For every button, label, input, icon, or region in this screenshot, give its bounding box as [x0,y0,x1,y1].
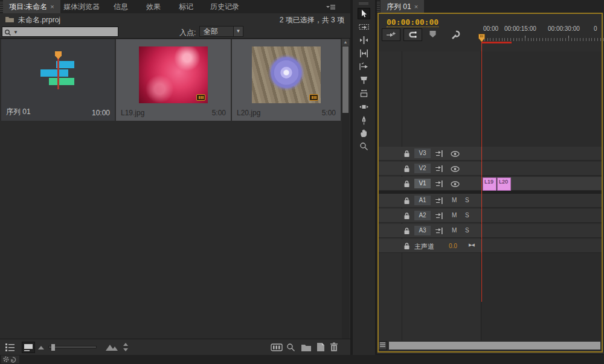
status-gears[interactable] [1,356,19,363]
selection-tool[interactable] [358,8,370,19]
ripple-edit-tool[interactable] [358,34,370,46]
lock-icon[interactable] [403,212,410,220]
search-options-icon[interactable]: ▼ [13,30,18,35]
scrollbar-thumb[interactable] [342,46,349,113]
track-content[interactable]: L19 L20 [481,177,603,191]
lock-icon[interactable] [403,197,410,205]
rate-stretch-tool[interactable] [358,61,370,72]
pan-icon[interactable]: ▶◀ [469,243,474,247]
list-view-button[interactable] [4,342,17,353]
new-bin-icon[interactable] [301,343,312,351]
project-bin-area[interactable]: 序列 01 10:00 L19.jpg 5:00 L20.jpg 5:00 ▲ [0,38,350,339]
lock-icon[interactable] [403,242,410,250]
new-item-icon[interactable] [316,342,325,352]
mute-button[interactable]: M [452,212,457,219]
sort-icon[interactable] [122,342,129,352]
tab-project[interactable]: 项目:未命名× [3,0,60,13]
sync-lock-icon[interactable] [435,228,443,234]
sync-lock-icon[interactable] [435,150,443,157]
search-input[interactable]: ▼ [2,27,118,37]
razor-tool[interactable] [358,74,370,86]
sync-lock-icon[interactable] [435,212,443,219]
track-content[interactable] [481,162,603,176]
zoom-in-icon[interactable] [105,343,118,351]
scroll-up-icon[interactable]: ▲ [342,39,349,46]
sync-lock-icon[interactable] [435,165,443,172]
delete-trash-icon[interactable] [330,342,338,352]
thumbnail-zoom-slider[interactable] [48,346,97,348]
chevron-down-icon[interactable]: ▼ [233,27,243,36]
slide-tool[interactable] [358,101,370,112]
zoom-out-icon[interactable] [37,345,45,350]
mute-button[interactable]: M [452,227,457,234]
zoom-tool[interactable] [358,141,370,152]
panel-menu-icon[interactable] [326,4,336,10]
icon-view-button[interactable] [22,342,35,353]
track-name-button[interactable]: V2 [414,164,431,173]
hand-tool[interactable] [358,127,370,139]
tab-info[interactable]: 信息 [108,0,134,13]
solo-button[interactable]: S [465,227,469,234]
playhead-marker[interactable] [478,34,485,42]
solo-button[interactable]: S [465,212,469,219]
timeline-ruler[interactable]: 00:00 00:00:15:00 00:00:30:00 0 [481,24,604,42]
clip-l19[interactable]: L19 [483,177,496,191]
timeline-horizontal-scrollbar[interactable] [378,340,603,351]
panel-gripper[interactable] [359,2,368,5]
timeline-settings-wrench-icon[interactable] [451,30,461,40]
eye-icon[interactable] [451,166,460,172]
master-gain-value[interactable]: 0.0 [449,243,457,249]
track-content[interactable] [481,239,603,253]
find-icon[interactable] [286,343,295,352]
tab-close-icon[interactable]: × [414,3,418,10]
scrollbar-menu-icon[interactable] [378,341,387,350]
eye-icon[interactable] [451,151,460,157]
rolling-edit-tool[interactable] [358,48,370,59]
scrollbar-thumb[interactable] [389,342,600,350]
mute-button[interactable]: M [452,197,457,203]
bin-item-l20[interactable]: L20.jpg 5:00 [232,39,341,121]
track-content[interactable] [481,147,603,161]
track-name-button[interactable]: V3 [414,148,431,158]
tab-history[interactable]: 历史记录 [204,0,245,13]
track-name-button[interactable]: A2 [414,211,431,220]
lock-icon[interactable] [403,180,410,188]
lock-icon[interactable] [403,165,410,173]
tab-sequence-01[interactable]: 序列 01× [381,0,424,13]
track-content[interactable] [481,194,603,208]
project-root-icon[interactable] [5,16,14,23]
slider-knob[interactable] [51,344,55,351]
bin-item-l19[interactable]: L19.jpg 5:00 [116,39,231,121]
track-name-button[interactable]: V1 [414,179,431,188]
track-name-button[interactable]: A1 [414,196,431,205]
bin-item-sequence[interactable]: 序列 01 10:00 [1,39,115,121]
tab-close-icon[interactable]: × [50,3,54,10]
track-name-button[interactable]: A3 [414,226,431,235]
track-select-forward-tool[interactable] [358,21,370,33]
bin-vertical-scrollbar[interactable]: ▲ [342,39,349,339]
lock-icon[interactable] [403,150,410,158]
eye-icon[interactable] [451,181,460,187]
sync-lock-icon[interactable] [435,197,443,204]
track-content[interactable] [481,224,603,238]
sync-lock-icon[interactable] [435,180,443,187]
timeline-tracks-area[interactable]: V3 V2 V1 L19 L20 [378,51,603,340]
insert-overwrite-sequence-button[interactable] [382,28,400,41]
track-content[interactable] [481,209,603,223]
slip-tool[interactable] [358,88,370,99]
add-marker-icon[interactable] [429,30,437,38]
snap-button[interactable] [403,28,422,41]
tab-effects[interactable]: 效果 [140,0,167,13]
automate-to-sequence-icon[interactable] [271,343,283,351]
selection-status: 2 项已选择，共 3 项 [280,15,344,25]
pen-tool[interactable] [358,114,370,126]
clip-l20[interactable]: L20 [497,177,511,191]
tab-media-browser[interactable]: 媒体浏览器 [57,0,106,13]
sequence-icon [40,51,77,97]
solo-button[interactable]: S [465,197,469,203]
panel-gripper[interactable] [377,2,380,11]
inpoint-filter-dropdown[interactable]: 全部 ▼ [199,26,243,37]
playhead-timecode[interactable]: 00:00:00:00 [387,18,439,27]
tab-markers[interactable]: 标记 [173,0,199,13]
lock-icon[interactable] [403,227,410,235]
